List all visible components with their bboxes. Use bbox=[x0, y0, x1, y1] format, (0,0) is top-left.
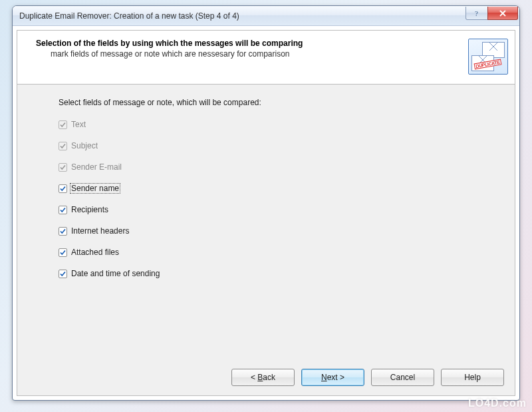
field-row: Sender name bbox=[59, 182, 508, 195]
field-row: Text bbox=[59, 118, 508, 131]
field-label[interactable]: Sender name bbox=[70, 183, 120, 194]
field-checkbox[interactable] bbox=[59, 270, 67, 278]
field-row: Internet headers bbox=[59, 224, 508, 238]
field-checkbox[interactable] bbox=[59, 206, 67, 214]
field-label[interactable]: Date and time of sending bbox=[71, 269, 160, 278]
field-row: Recipients bbox=[59, 203, 508, 216]
field-row: Attached files bbox=[59, 246, 508, 259]
wizard-button-bar: < Back Next > Cancel Help bbox=[17, 362, 515, 395]
field-label[interactable]: Attached files bbox=[71, 248, 119, 257]
field-checkbox bbox=[59, 163, 67, 172]
check-icon bbox=[59, 228, 66, 235]
field-row: Subject bbox=[59, 139, 508, 152]
field-label: Text bbox=[71, 120, 86, 129]
next-button[interactable]: Next > bbox=[301, 369, 364, 386]
window-buttons: ? bbox=[466, 6, 519, 25]
field-checkbox[interactable] bbox=[59, 227, 67, 236]
field-list: TextSubjectSender E-mailSender nameRecip… bbox=[59, 118, 508, 280]
wizard-body: Select fields of message or note, which … bbox=[17, 85, 515, 362]
client-area: Selection of the fields by using which t… bbox=[17, 30, 515, 396]
check-icon bbox=[59, 270, 66, 278]
check-icon bbox=[59, 206, 66, 214]
titlebar[interactable]: Duplicate Email Remover: Creation of a n… bbox=[13, 6, 519, 26]
field-row: Date and time of sending bbox=[59, 267, 508, 280]
close-window-button[interactable] bbox=[487, 7, 518, 20]
field-label: Sender E-mail bbox=[71, 162, 122, 172]
field-row: Sender E-mail bbox=[59, 160, 508, 174]
help-icon: ? bbox=[473, 9, 480, 17]
back-button[interactable]: < Back bbox=[231, 369, 295, 386]
field-label[interactable]: Internet headers bbox=[71, 226, 129, 236]
field-checkbox[interactable] bbox=[59, 184, 67, 193]
wizard-dialog: Duplicate Email Remover: Creation of a n… bbox=[12, 5, 520, 401]
watermark: LO4D.com bbox=[468, 397, 527, 409]
field-label: Subject bbox=[71, 141, 98, 150]
svg-text:?: ? bbox=[475, 9, 478, 17]
cancel-button[interactable]: Cancel bbox=[371, 369, 434, 386]
check-icon bbox=[59, 142, 66, 150]
field-checkbox bbox=[59, 120, 67, 129]
check-icon bbox=[59, 164, 66, 171]
field-label[interactable]: Recipients bbox=[71, 205, 108, 214]
wizard-header-subtitle: mark fields of message or note which are… bbox=[51, 49, 463, 59]
check-icon bbox=[59, 121, 66, 128]
wizard-header-title: Selection of the fields by using which t… bbox=[36, 39, 463, 48]
help-button[interactable]: Help bbox=[441, 369, 504, 386]
close-icon bbox=[499, 10, 507, 17]
instruction-text: Select fields of message or note, which … bbox=[59, 98, 508, 107]
check-icon bbox=[59, 249, 66, 256]
wizard-header: Selection of the fields by using which t… bbox=[17, 31, 515, 85]
check-icon bbox=[59, 185, 66, 192]
window-title: Duplicate Email Remover: Creation of a n… bbox=[19, 11, 466, 21]
help-window-button[interactable]: ? bbox=[466, 7, 488, 20]
duplicate-mail-icon: DUPLICATE bbox=[468, 39, 508, 75]
field-checkbox[interactable] bbox=[59, 248, 67, 257]
field-checkbox bbox=[59, 142, 67, 150]
